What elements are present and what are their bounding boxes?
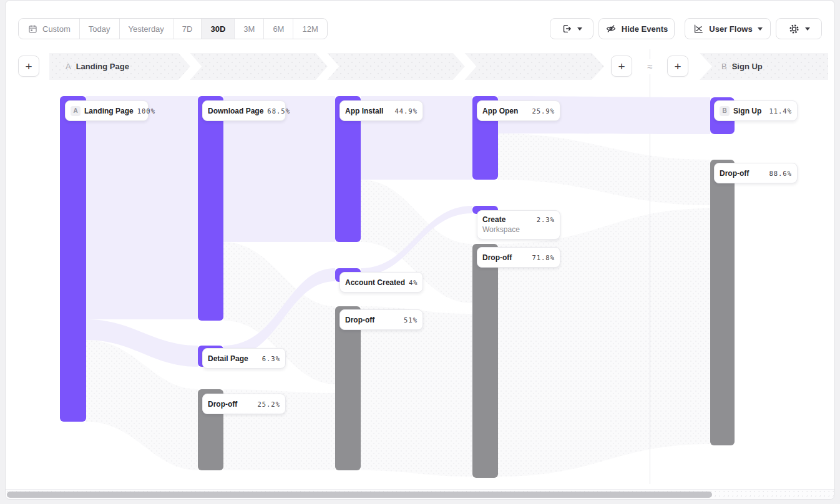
node-card-detail-page[interactable]: Detail Page 6.3% [202, 348, 286, 369]
node-card-create-workspace[interactable]: Create Workspace 2.3% [477, 210, 560, 240]
export-button[interactable] [550, 18, 593, 39]
date-range-today[interactable]: Today [80, 19, 120, 39]
node-bar-dropoff-3[interactable] [335, 306, 361, 470]
node-card-sign-up[interactable]: B Sign Up 11.4% [714, 100, 798, 121]
flow-landing-to-dropoff [86, 340, 198, 470]
gear-icon [788, 23, 800, 35]
horizontal-scrollbar-thumb[interactable] [7, 492, 712, 498]
node-card-app-open[interactable]: App Open 25.9% [477, 100, 560, 121]
flows-chart-icon [693, 23, 704, 34]
node-card-app-install[interactable]: App Install 44.9% [339, 100, 423, 121]
date-range-6m[interactable]: 6M [264, 19, 293, 39]
flow-dropoff3-to-dropoff4 [361, 306, 472, 477]
node-bar-landing-page[interactable] [60, 96, 86, 422]
node-card-download-page[interactable]: Download Page 68.5% [202, 100, 286, 121]
date-range-30d[interactable]: 30D [202, 19, 235, 39]
node-card-account-created[interactable]: Account Created 4% [339, 272, 423, 293]
node-badge: A [71, 106, 81, 116]
date-range-label: Custom [42, 24, 71, 34]
flow-landing-to-detail [86, 319, 198, 367]
approx-symbol: ≈ [643, 59, 657, 74]
section-divider-line [650, 49, 650, 484]
calendar-icon [27, 24, 38, 34]
horizontal-scrollbar-track[interactable] [6, 489, 834, 499]
flow-account-to-createws [361, 206, 472, 276]
user-flows-panel: Custom Today Yesterday 7D 30D 3M 6M 12M … [5, 0, 835, 500]
node-card-landing-page[interactable]: A Landing Page 100% [65, 100, 149, 121]
node-card-dropoff-3[interactable]: Drop-off 51% [339, 309, 423, 330]
date-range-group: Custom Today Yesterday 7D 30D 3M 6M 12M [18, 18, 328, 39]
chevron-down-icon [577, 27, 582, 31]
chevron-down-icon [805, 27, 810, 31]
export-icon [561, 23, 572, 34]
node-bar-dropoff-b[interactable] [710, 160, 735, 445]
date-range-12m[interactable]: 12M [293, 19, 326, 39]
flow-appopen-to-dropoffb [498, 133, 710, 205]
settings-button[interactable] [776, 18, 822, 39]
date-range-custom[interactable]: Custom [19, 19, 80, 39]
hide-events-label: Hide Events [622, 24, 668, 34]
view-selector-label: User Flows [709, 24, 752, 34]
flow-landing-to-download [86, 96, 198, 319]
node-bar-download-page[interactable] [198, 96, 223, 321]
node-card-dropoff-2[interactable]: Drop-off 25.2% [202, 394, 286, 414]
date-range-yesterday[interactable]: Yesterday [120, 19, 173, 39]
step-banners [6, 53, 835, 80]
view-selector-button[interactable]: User Flows [685, 18, 771, 39]
date-range-7d[interactable]: 7D [173, 19, 202, 39]
date-range-3m[interactable]: 3M [235, 19, 264, 39]
node-bar-dropoff-4[interactable] [472, 244, 498, 478]
step-banner-b[interactable] [700, 53, 828, 80]
chevron-down-icon [758, 27, 763, 31]
eye-off-icon [605, 23, 617, 34]
node-card-dropoff-b[interactable]: Drop-off 88.6% [714, 163, 798, 183]
node-badge: B [720, 106, 730, 116]
hide-events-button[interactable]: Hide Events [598, 18, 675, 39]
flow-detail-to-account [223, 268, 335, 359]
node-card-dropoff-4[interactable]: Drop-off 71.8% [477, 247, 560, 268]
